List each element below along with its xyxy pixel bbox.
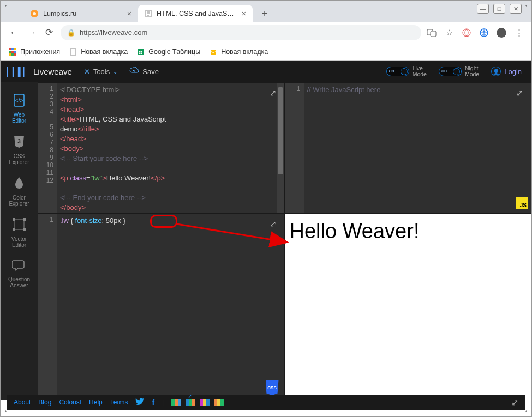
back-button[interactable]: ← — [8, 27, 20, 38]
html-code[interactable]: <!DOCTYPE html> <html> <head> <title>HTM… — [57, 83, 284, 213]
brand[interactable]: ▏▎▍▏ Liveweave — [7, 67, 72, 77]
js-code[interactable]: // Write JavaScript here — [304, 83, 531, 213]
footer-about[interactable]: About — [14, 398, 31, 406]
facebook-icon[interactable]: f — [152, 398, 154, 407]
sidebar-web-editor[interactable]: </> Web Editor — [1, 88, 38, 129]
bookmark-label: Новая вкладка — [221, 48, 268, 56]
bookmark-item[interactable]: Новая вкладка — [209, 47, 268, 56]
tab-lumpics[interactable]: Lumpics.ru × — [23, 5, 138, 22]
expand-icon[interactable]: ⤢ — [516, 88, 523, 98]
brand-label: Liveweave — [33, 67, 72, 76]
bookmark-label: Google Таблицы — [148, 48, 200, 56]
tab-title: HTML, CSS and JavaScript demo — [157, 10, 237, 17]
css-code[interactable]: .lw { font-size: 50px } — [57, 214, 284, 400]
tools-dropdown[interactable]: ✕ Tools ⌄ — [84, 68, 117, 76]
browser-tab-strip: Lumpics.ru × HTML, CSS and JavaScript de… — [1, 1, 531, 22]
expand-icon[interactable]: ⤢ — [270, 88, 277, 98]
globe-icon[interactable] — [479, 28, 489, 38]
code-file-icon: </> — [12, 93, 26, 110]
main-area: </> Web Editor 3 CSS Explorer Color Expl… — [1, 82, 531, 400]
tab-liveweave[interactable]: HTML, CSS and JavaScript demo × — [138, 5, 253, 22]
brand-icon: ▏▎▍▏ — [7, 67, 29, 77]
svg-rect-4 — [431, 31, 436, 37]
svg-text:3: 3 — [17, 138, 21, 144]
expand-icon[interactable]: ⤢ — [270, 219, 277, 229]
reload-button[interactable]: ⟳ — [43, 27, 55, 38]
window-controls: — □ ✕ — [477, 4, 522, 14]
menu-icon[interactable]: ⋮ — [514, 28, 524, 38]
close-button[interactable]: ✕ — [510, 4, 522, 14]
opera-icon[interactable] — [462, 28, 471, 38]
sidebar-vector-editor[interactable]: Vector Editor — [1, 212, 38, 253]
sidebar-question-answer[interactable]: Question Answer — [1, 253, 38, 294]
apps-button[interactable]: Приложения — [8, 47, 60, 56]
svg-rect-14 — [9, 53, 11, 56]
theme-swatch[interactable] — [214, 399, 224, 406]
save-button[interactable]: Save — [129, 67, 159, 76]
minimize-button[interactable]: — — [477, 4, 489, 14]
address-actions: ☆ ⋮ — [427, 28, 524, 38]
profile-avatar[interactable] — [497, 28, 506, 38]
sidebar-label: Vector Editor — [11, 236, 27, 248]
tab-title: Lumpics.ru — [43, 10, 76, 17]
footer-terms[interactable]: Terms — [110, 398, 128, 406]
footer-colorist[interactable]: Colorist — [59, 398, 81, 406]
svg-rect-20 — [211, 50, 216, 55]
sheets-icon — [136, 47, 145, 56]
svg-rect-25 — [13, 218, 15, 221]
sidebar-label: Color Explorer — [9, 195, 29, 207]
bookmark-item[interactable]: Новая вкладка — [69, 47, 128, 56]
svg-rect-13 — [14, 51, 16, 53]
translate-icon[interactable] — [427, 28, 437, 38]
star-icon[interactable]: ☆ — [444, 28, 454, 38]
html-pane[interactable]: 123456789101112 <!DOCTYPE html> <html> <… — [38, 82, 285, 213]
save-label: Save — [142, 68, 159, 76]
scrollbar[interactable] — [277, 83, 284, 213]
tools-label: Tools — [93, 68, 110, 76]
footer-blog[interactable]: Blog — [38, 398, 51, 406]
js-pane[interactable]: 1 // Write JavaScript here ⤢ JS — [285, 82, 532, 213]
css3-icon: 3 — [13, 135, 26, 151]
toggle-track — [386, 67, 409, 76]
sidebar-color-explorer[interactable]: Color Explorer — [1, 171, 38, 212]
sidebar: </> Web Editor 3 CSS Explorer Color Expl… — [1, 82, 38, 400]
apps-icon — [8, 47, 17, 56]
bookmark-item[interactable]: Google Таблицы — [136, 47, 200, 56]
theme-swatches: ✓ — [171, 399, 224, 406]
url-input[interactable]: 🔒 https://liveweave.com — [61, 25, 421, 40]
theme-swatch[interactable] — [200, 399, 210, 406]
svg-rect-8 — [9, 48, 11, 50]
theme-swatch[interactable]: ✓ — [186, 399, 195, 406]
css-pane[interactable]: 1 .lw { font-size: 50px } ⤢ CSS — [38, 213, 285, 400]
close-icon[interactable]: × — [127, 9, 131, 18]
svg-rect-26 — [23, 218, 26, 221]
theme-swatch[interactable] — [171, 399, 181, 406]
sidebar-label: CSS Explorer — [9, 153, 29, 165]
bookmark-label: Приложения — [20, 48, 60, 56]
svg-rect-10 — [14, 48, 16, 50]
svg-rect-9 — [11, 48, 14, 50]
login-button[interactable]: 👤 Login — [491, 67, 522, 76]
sidebar-css-explorer[interactable]: 3 CSS Explorer — [1, 129, 38, 171]
editor-panes: 123456789101112 <!DOCTYPE html> <html> <… — [38, 82, 531, 400]
new-tab-button[interactable]: + — [257, 6, 272, 21]
url-text: https://liveweave.com — [80, 28, 147, 37]
close-icon[interactable]: × — [242, 9, 246, 18]
preview-pane: Hello Weaver! — [285, 213, 532, 400]
vector-icon — [12, 217, 26, 234]
footer-help[interactable]: Help — [89, 398, 103, 406]
bookmarks-bar: Приложения Новая вкладка Google Таблицы … — [1, 43, 531, 61]
tools-icon: ✕ — [84, 68, 90, 76]
svg-rect-12 — [11, 51, 14, 53]
maximize-button[interactable]: □ — [493, 4, 505, 14]
twitter-icon[interactable] — [135, 398, 144, 407]
live-mode-toggle[interactable]: Live Mode — [386, 65, 427, 77]
address-bar-row: ← → ⟳ 🔒 https://liveweave.com ☆ ⋮ — [1, 22, 531, 43]
svg-rect-17 — [70, 49, 76, 55]
night-mode-toggle[interactable]: Night Mode — [439, 65, 479, 77]
droplet-icon — [13, 176, 25, 192]
css-badge-icon: CSS — [266, 380, 279, 395]
svg-rect-27 — [13, 228, 15, 231]
expand-icon[interactable]: ⤢ — [511, 397, 518, 408]
forward-button[interactable]: → — [26, 27, 38, 38]
